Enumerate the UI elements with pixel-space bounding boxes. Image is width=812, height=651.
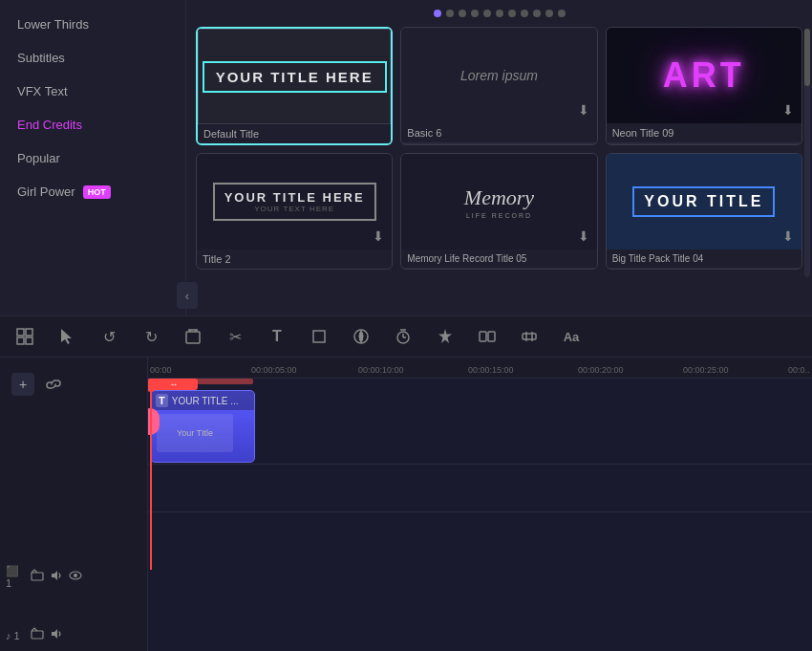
template-thumb-memory: Memory LIFE RECORD ⬇	[401, 154, 596, 250]
svg-rect-15	[488, 332, 495, 341]
sidebar-toggle-button[interactable]: ‹	[177, 282, 198, 309]
title2-text: YOUR TITLE HERE	[224, 190, 365, 205]
download-icon-basic6: ⬇	[578, 102, 589, 118]
tool-crop[interactable]	[306, 323, 332, 350]
link-button[interactable]	[42, 373, 65, 396]
template-thumb-title2: YOUR TITLE HERE YOUR TEXT HERE ⬇	[197, 154, 392, 250]
dot-2[interactable]	[459, 10, 466, 17]
sidebar-item-vfx-text[interactable]: VFX Text	[0, 75, 185, 108]
timeline-wrapper: + ⬛ 1 ♪ 1	[0, 358, 812, 651]
tool-audio-mix[interactable]	[516, 323, 543, 350]
volume-icon-video[interactable]	[50, 569, 63, 585]
svg-rect-16	[523, 334, 536, 339]
svg-rect-0	[17, 329, 24, 336]
folder-icon-audio[interactable]	[31, 627, 44, 643]
timeline-main: 00:00 00:00:05:00 00:00:10:00 00:00:15:0…	[148, 358, 812, 651]
tool-color[interactable]	[348, 323, 374, 350]
template-grid-area: YOUR TITLE HERE Default Title Lorem ipsu…	[186, 0, 812, 315]
tracks-area: T YOUR TITLE ... Your TItle	[148, 379, 812, 512]
template-label-bigtitle04: Big Title Pack Title 04	[607, 250, 801, 268]
tool-group[interactable]	[11, 323, 38, 350]
template-card-title2[interactable]: YOUR TITLE HERE YOUR TEXT HERE ⬇ Title 2	[196, 153, 393, 270]
audio-track-number: ♪ 1	[6, 630, 25, 641]
track-controls: ⬛ 1 ♪ 1	[6, 508, 141, 643]
svg-rect-22	[32, 631, 43, 639]
basic6-text: Lorem ipsum	[460, 68, 538, 83]
video-track: T YOUR TITLE ... Your TItle	[148, 379, 812, 465]
svg-rect-1	[26, 329, 32, 336]
template-card-memory[interactable]: Memory LIFE RECORD ⬇ Memory Life Record …	[400, 153, 597, 270]
playhead-time: ↔	[170, 380, 179, 389]
template-label-memory: Memory Life Record Title 05	[401, 250, 596, 268]
memory-text: Memory	[464, 185, 534, 210]
timeline-left-panel: + ⬛ 1 ♪ 1	[0, 358, 148, 651]
folder-icon-video[interactable]	[31, 569, 44, 585]
tool-text[interactable]: T	[264, 323, 290, 350]
memory-subtext: LIFE RECORD	[466, 212, 532, 219]
sidebar-item-popular[interactable]: Popular	[0, 141, 185, 175]
svg-rect-4	[186, 332, 200, 343]
title-clip-header: T YOUR TITLE ...	[151, 391, 254, 410]
dot-1[interactable]	[446, 10, 454, 17]
tool-delete[interactable]	[180, 323, 206, 350]
ruler-mark-1: 00:00:05:00	[251, 365, 297, 375]
dot-8[interactable]	[533, 10, 541, 17]
template-card-default-title[interactable]: YOUR TITLE HERE Default Title	[196, 27, 393, 145]
plus-icon: +	[19, 377, 27, 392]
default-title-text: YOUR TITLE HERE	[203, 61, 387, 93]
tool-cut[interactable]: ✂	[222, 323, 248, 350]
sidebar-item-girl-power[interactable]: Girl Power HOT	[0, 175, 185, 208]
hot-badge: HOT	[83, 185, 111, 199]
template-card-bigtitle04[interactable]: YOUR TITLE ⬇ Big Title Pack Title 04	[606, 153, 802, 270]
sidebar-item-subtitles[interactable]: Subtitles	[0, 41, 185, 75]
svg-rect-2	[17, 337, 24, 344]
template-thumb-neon: ART ⬇	[607, 28, 801, 123]
tool-select[interactable]	[53, 323, 80, 350]
template-card-basic6[interactable]: Lorem ipsum ⬇ Basic 6	[400, 27, 597, 145]
dot-9[interactable]	[545, 10, 553, 17]
toolbar: ↺ ↻ ✂ T Aa	[0, 315, 812, 358]
tool-captions[interactable]: Aa	[558, 323, 585, 350]
scrollbar[interactable]	[804, 29, 810, 277]
sidebar: Lower Thirds Subtitles VFX Text End Cred…	[0, 0, 186, 315]
audio-track-control: ♪ 1	[6, 627, 141, 643]
volume-icon-audio[interactable]	[50, 627, 63, 643]
dot-10[interactable]	[558, 10, 566, 17]
tool-undo[interactable]: ↺	[96, 323, 122, 350]
playhead-arrow[interactable]: ↔	[150, 379, 198, 390]
svg-rect-14	[480, 332, 486, 341]
scrollbar-thumb[interactable]	[804, 29, 810, 86]
ruler-mark-2: 00:00:10:00	[358, 365, 404, 375]
timeline-ruler: 00:00 00:00:05:00 00:00:10:00 00:00:15:0…	[148, 358, 812, 379]
neon-title-text: ART	[663, 55, 745, 96]
title-type-badge: T	[156, 394, 168, 407]
template-thumb-bigtitle: YOUR TITLE ⬇	[607, 154, 801, 250]
dot-0[interactable]	[434, 10, 441, 17]
download-icon-neon: ⬇	[782, 102, 794, 118]
tool-split[interactable]	[474, 323, 501, 350]
ruler-mark-4: 00:00:20:00	[578, 365, 624, 375]
dot-6[interactable]	[508, 10, 516, 17]
template-label-neon09: Neon Title 09	[607, 123, 801, 142]
add-track-button[interactable]: +	[11, 373, 34, 396]
bigtitle-text: YOUR TITLE	[632, 186, 775, 217]
tool-fx[interactable]	[432, 323, 459, 350]
top-section: Lower Thirds Subtitles VFX Text End Cred…	[0, 0, 812, 315]
download-icon-bigtitle: ⬇	[782, 228, 794, 244]
title-clip[interactable]: T YOUR TITLE ... Your TItle	[150, 390, 255, 463]
template-thumb-default: YOUR TITLE HERE	[198, 29, 391, 124]
eye-icon-video[interactable]	[69, 569, 82, 585]
ruler-mark-6: 00:0..	[788, 365, 810, 375]
chevron-left-icon: ‹	[185, 289, 189, 303]
tool-timer[interactable]	[390, 323, 417, 350]
sidebar-item-lower-thirds[interactable]: Lower Thirds	[0, 8, 185, 41]
dot-4[interactable]	[483, 10, 491, 17]
sidebar-item-end-credits[interactable]: End Credits	[0, 108, 185, 141]
template-grid: YOUR TITLE HERE Default Title Lorem ipsu…	[196, 27, 802, 270]
dot-5[interactable]	[496, 10, 503, 17]
dot-7[interactable]	[521, 10, 528, 17]
tool-redo[interactable]: ↻	[138, 323, 164, 350]
download-icon-title2: ⬇	[373, 228, 384, 244]
dot-3[interactable]	[471, 10, 479, 17]
template-card-neon09[interactable]: ART ⬇ Neon Title 09	[606, 27, 802, 145]
